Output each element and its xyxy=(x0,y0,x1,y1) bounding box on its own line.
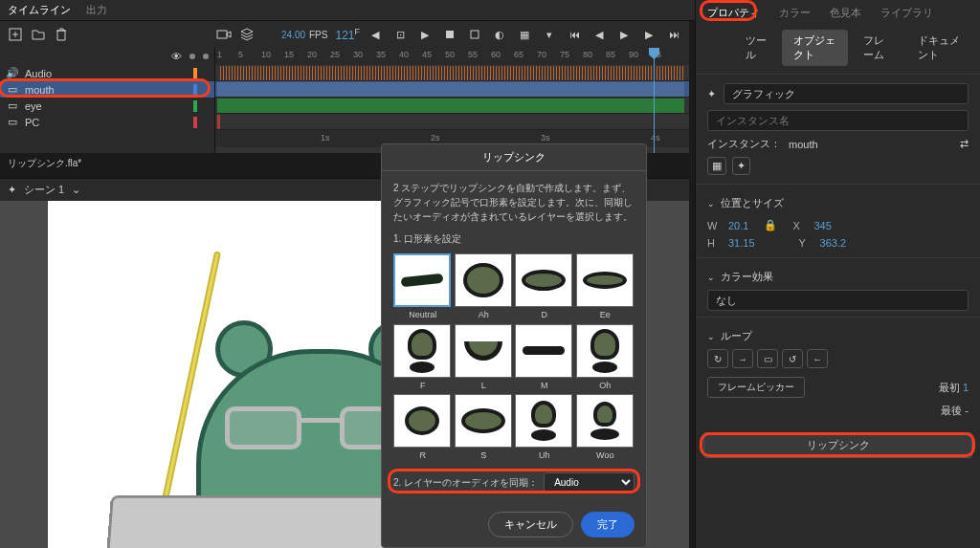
instance-option-icon[interactable]: ▦ xyxy=(707,157,726,175)
instance-label: インスタンス： xyxy=(707,137,781,151)
viseme-ah[interactable]: Ah xyxy=(455,253,514,322)
zoom-out-icon[interactable]: ◀ xyxy=(368,27,383,42)
viseme-l[interactable]: L xyxy=(455,324,514,393)
last-frame-value[interactable]: - xyxy=(965,405,969,416)
panel-tabs: プロパティ カラー 色見本 ライブラリ xyxy=(696,0,980,26)
cancel-button[interactable]: キャンセル xyxy=(488,512,573,537)
blank-keyframe-icon[interactable] xyxy=(467,27,482,42)
graphic-layer-icon: ▭ xyxy=(6,99,19,113)
scene-name[interactable]: シーン 1 xyxy=(24,183,64,197)
add-frame-icon[interactable] xyxy=(8,27,23,42)
track-eye[interactable] xyxy=(215,98,689,114)
tab-library[interactable]: ライブラリ xyxy=(877,4,937,22)
subtab-frame[interactable]: フレーム xyxy=(852,30,903,66)
dialog-step1-label: 1. 口形素を設定 xyxy=(393,231,635,246)
instance-option-icon-2[interactable]: ✦ xyxy=(732,157,750,175)
play-once-icon[interactable]: → xyxy=(732,349,753,368)
viseme-m[interactable]: M xyxy=(515,324,574,393)
step-back-icon[interactable]: ◀ xyxy=(591,27,607,42)
properties-panel: プロパティ カラー 色見本 ライブラリ ツール オブジェクト フレーム ドキュメ… xyxy=(695,0,980,548)
lock-column-icon[interactable] xyxy=(189,54,195,59)
viseme-neutral[interactable]: Neutral xyxy=(393,253,453,322)
lock-aspect-icon[interactable]: 🔒 xyxy=(764,219,777,231)
single-frame-icon[interactable]: ▭ xyxy=(757,349,778,368)
viseme-ee[interactable]: Ee xyxy=(576,253,635,322)
subtab-object[interactable]: オブジェクト xyxy=(782,30,848,66)
viseme-r[interactable]: R xyxy=(393,394,453,463)
y-value[interactable]: 363.2 xyxy=(820,237,847,249)
track-audio[interactable] xyxy=(215,65,689,81)
audio-layer-select[interactable]: Audio xyxy=(544,472,635,493)
rewind-icon[interactable]: ⏮ xyxy=(567,27,582,42)
properties-subtabs: ツール オブジェクト フレーム ドキュメント xyxy=(696,26,980,74)
viseme-s[interactable]: S xyxy=(455,394,514,463)
frames-area[interactable]: 1 5 10 15 20 25 30 35 40 45 50 55 60 65 … xyxy=(215,48,689,153)
first-frame-value[interactable]: 1 xyxy=(963,382,969,393)
svg-rect-2 xyxy=(446,31,454,38)
viseme-woo[interactable]: Woo xyxy=(576,394,635,463)
viseme-uh[interactable]: Uh xyxy=(515,394,574,463)
subtab-tool[interactable]: ツール xyxy=(734,30,778,66)
layer-audio[interactable]: 🔊 Audio xyxy=(0,65,214,81)
zoom-fit-icon[interactable]: ⊡ xyxy=(392,27,408,42)
tab-properties[interactable]: プロパティ xyxy=(703,4,764,22)
frame-display[interactable]: 121F xyxy=(335,27,360,42)
tab-color[interactable]: カラー xyxy=(775,4,814,22)
swap-symbol-icon[interactable]: ⇄ xyxy=(960,138,969,150)
x-value[interactable]: 345 xyxy=(813,220,831,231)
layer-mouth[interactable]: ▭ mouth xyxy=(0,81,214,98)
step-fwd-icon[interactable]: ▶ xyxy=(641,27,657,42)
loop-icon[interactable]: ↻ xyxy=(707,349,728,368)
viseme-d[interactable]: D xyxy=(515,253,574,322)
width-value[interactable]: 20.1 xyxy=(728,220,748,231)
scene-dropdown-icon[interactable]: ⌄ xyxy=(72,184,80,196)
dialog-description: 2 ステップでリップシンクを自動で作成します。まず、グラフィック記号で口形素を設… xyxy=(393,181,635,224)
trash-icon[interactable] xyxy=(54,27,69,42)
frame-ruler[interactable]: 1 5 10 15 20 25 30 35 40 45 50 55 60 65 … xyxy=(215,48,689,65)
outline-column-icon[interactable] xyxy=(203,54,209,59)
edit-multiple-icon[interactable]: ▦ xyxy=(517,27,532,42)
instance-name-input[interactable] xyxy=(707,110,969,131)
onion-skin-icon[interactable]: ◐ xyxy=(492,27,507,42)
loop-reverse-icon[interactable]: ↺ xyxy=(782,349,803,368)
audio-layer-icon: 🔊 xyxy=(6,67,19,80)
lipsync-button[interactable]: リップシンク xyxy=(703,432,972,458)
position-size-header[interactable]: ⌄位置とサイズ xyxy=(707,190,969,216)
frame-picker-button[interactable]: フレームピッカー xyxy=(707,377,805,398)
loop-header[interactable]: ⌄ループ xyxy=(707,323,969,349)
play-icon[interactable]: ▶ xyxy=(616,27,632,42)
playhead[interactable] xyxy=(654,48,655,153)
track-mouth[interactable] xyxy=(215,81,689,98)
tab-swatches[interactable]: 色見本 xyxy=(826,4,865,22)
subtab-document[interactable]: ドキュメント xyxy=(906,30,972,66)
dialog-title: リップシンク xyxy=(382,144,646,171)
done-button[interactable]: 完了 xyxy=(581,512,635,537)
fps-display[interactable]: 24.00 FPS xyxy=(281,30,327,40)
viseme-oh[interactable]: Oh xyxy=(576,324,635,393)
svg-rect-3 xyxy=(471,31,479,38)
marker-icon[interactable]: ▾ xyxy=(542,27,557,42)
folder-icon[interactable] xyxy=(31,27,46,42)
ffwd-icon[interactable]: ⏭ xyxy=(666,27,681,42)
lipsync-dialog: リップシンク 2 ステップでリップシンクを自動で作成します。まず、グラフィック記… xyxy=(381,143,647,548)
track-pc[interactable] xyxy=(215,114,689,130)
timeline-toolbar: 24.00 FPS 121F ◀ ⊡ ▶ ◐ ▦ ▾ ⏮ ◀ ▶ ▶ ⏭ xyxy=(0,21,689,48)
tab-timeline[interactable]: タイムライン xyxy=(8,3,71,17)
timeline-body: 👁 🔊 Audio ▭ mouth ▭ eye ▭ xyxy=(0,48,689,153)
layer-pc[interactable]: ▭ PC xyxy=(0,114,214,130)
viseme-f[interactable]: F xyxy=(393,324,453,393)
keyframe-icon[interactable] xyxy=(442,27,457,42)
tab-output[interactable]: 出力 xyxy=(86,3,107,17)
camera-icon[interactable] xyxy=(216,27,232,42)
svg-rect-1 xyxy=(217,31,227,38)
symbol-type-select[interactable] xyxy=(724,83,969,104)
height-value[interactable]: 31.15 xyxy=(728,237,755,249)
color-effect-header[interactable]: ⌄カラー効果 xyxy=(707,264,969,290)
layer-eye[interactable]: ▭ eye xyxy=(0,98,214,114)
zoom-in-icon[interactable]: ▶ xyxy=(417,27,433,42)
play-once-reverse-icon[interactable]: ← xyxy=(807,349,828,368)
graphic-layer-icon: ▭ xyxy=(6,116,19,129)
eye-icon[interactable]: 👁 xyxy=(171,51,182,62)
color-effect-select[interactable] xyxy=(707,290,969,311)
layers-icon[interactable] xyxy=(239,27,255,42)
